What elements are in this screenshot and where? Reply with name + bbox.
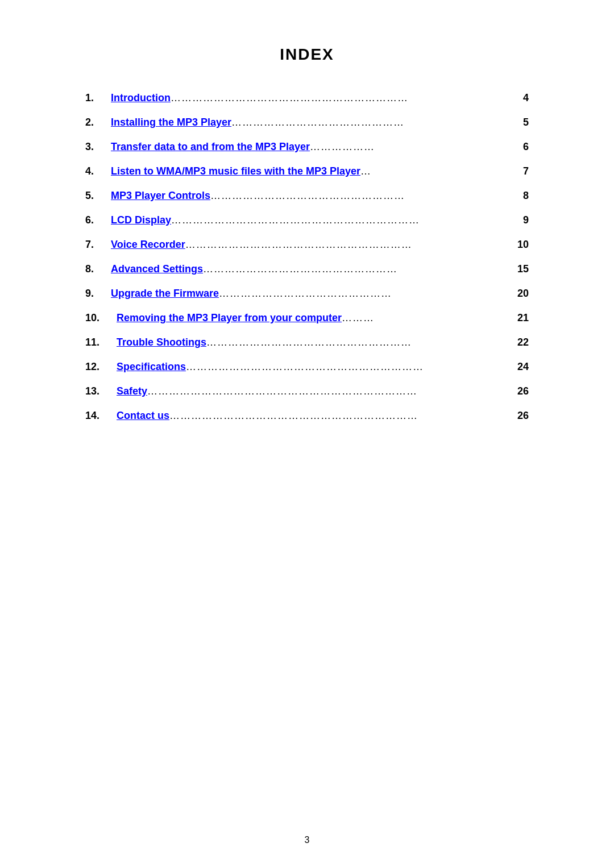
toc-link[interactable]: Specifications (117, 361, 186, 373)
toc-page-number: 15 (517, 263, 529, 275)
toc-item: 13.Safety…………………………………………………………………26 (85, 385, 529, 397)
toc-number: 12. (85, 361, 117, 373)
toc-link[interactable]: Advanced Settings (111, 263, 203, 275)
toc-link[interactable]: MP3 Player Controls (111, 190, 210, 202)
toc-item: 14.Contact us……………………………………………………………26 (85, 410, 529, 422)
toc-page-number: 9 (523, 214, 529, 226)
toc-link[interactable]: Safety (117, 385, 147, 397)
toc-number: 2. (85, 117, 111, 128)
toc-item: 6.LCD Display……………………………………………………………9 (85, 214, 529, 226)
toc-item: 1.Introduction…………………………………………………………4 (85, 92, 529, 104)
page-title: INDEX (85, 45, 529, 64)
toc-dots: ………………………………………… (219, 288, 516, 300)
toc-page-number: 7 (523, 165, 529, 177)
toc-dots: ……………………………………………… (203, 263, 516, 275)
toc-page-number: 10 (517, 239, 529, 251)
toc-dots: ………………………………………… (231, 117, 522, 128)
toc-dots: ……………………………………………………… (185, 239, 516, 251)
toc-number: 8. (85, 263, 111, 275)
toc-dots: …………………………………………………………… (171, 214, 522, 226)
toc-number: 14. (85, 410, 117, 422)
toc-dots: … (360, 165, 522, 177)
toc-item: 5.MP3 Player Controls………………………………………………8 (85, 190, 529, 202)
toc-number: 13. (85, 385, 117, 397)
page-wrapper: INDEX 1.Introduction……………………………………………………… (0, 0, 614, 868)
toc-link[interactable]: Removing the MP3 Player from your comput… (117, 312, 342, 324)
toc-item: 10.Removing the MP3 Player from your com… (85, 312, 529, 324)
toc-link[interactable]: LCD Display (111, 214, 171, 226)
toc-number: 5. (85, 190, 111, 202)
toc-page-number: 4 (523, 92, 529, 104)
toc-page-number: 8 (523, 190, 529, 202)
toc-item: 11.Trouble Shootings…………………………………………………2… (85, 337, 529, 348)
toc-dots: ………………………………………………………… (186, 361, 516, 373)
toc-link[interactable]: Listen to WMA/MP3 music files with the M… (111, 165, 360, 177)
toc-item: 8.Advanced Settings………………………………………………15 (85, 263, 529, 275)
toc-item: 3.Transfer data to and from the MP3 Play… (85, 141, 529, 153)
toc-dots: ………………………………………………… (206, 337, 516, 348)
toc-dots: ………………………………………………………… (171, 92, 522, 104)
toc-item: 12.Specifications…………………………………………………………2… (85, 361, 529, 373)
page-number: 3 (305, 835, 310, 845)
toc-number: 10. (85, 312, 117, 324)
toc-page-number: 21 (517, 312, 529, 324)
toc-page-number: 20 (517, 288, 529, 300)
toc-item: 9.Upgrade the Firmware…………………………………………20 (85, 288, 529, 300)
toc-link[interactable]: Trouble Shootings (117, 337, 206, 348)
page-container: INDEX 1.Introduction……………………………………………………… (85, 0, 529, 868)
toc-link[interactable]: Contact us (117, 410, 169, 422)
toc-link[interactable]: Introduction (111, 92, 171, 104)
toc-page-number: 26 (517, 385, 529, 397)
toc-page-number: 26 (517, 410, 529, 422)
toc-number: 3. (85, 141, 111, 153)
toc-number: 4. (85, 165, 111, 177)
toc-page-number: 6 (523, 141, 529, 153)
toc-list: 1.Introduction…………………………………………………………42.I… (85, 92, 529, 422)
toc-item: 4.Listen to WMA/MP3 music files with the… (85, 165, 529, 177)
toc-item: 2.Installing the MP3 Player…………………………………… (85, 117, 529, 128)
toc-link[interactable]: Transfer data to and from the MP3 Player (111, 141, 310, 153)
toc-item: 7.Voice Recorder………………………………………………………10 (85, 239, 529, 251)
toc-number: 7. (85, 239, 111, 251)
toc-page-number: 5 (523, 117, 529, 128)
toc-number: 11. (85, 337, 117, 348)
toc-dots: ……………… (310, 141, 522, 153)
toc-link[interactable]: Voice Recorder (111, 239, 185, 251)
toc-link[interactable]: Installing the MP3 Player (111, 117, 231, 128)
toc-dots: ……… (342, 312, 516, 324)
toc-dots: ………………………………………………………………… (147, 385, 516, 397)
toc-dots: ……………………………………………… (210, 190, 522, 202)
toc-dots: …………………………………………………………… (169, 410, 516, 422)
toc-number: 1. (85, 92, 111, 104)
toc-number: 9. (85, 288, 111, 300)
toc-number: 6. (85, 214, 111, 226)
toc-page-number: 24 (517, 361, 529, 373)
toc-page-number: 22 (517, 337, 529, 348)
toc-link[interactable]: Upgrade the Firmware (111, 288, 219, 300)
